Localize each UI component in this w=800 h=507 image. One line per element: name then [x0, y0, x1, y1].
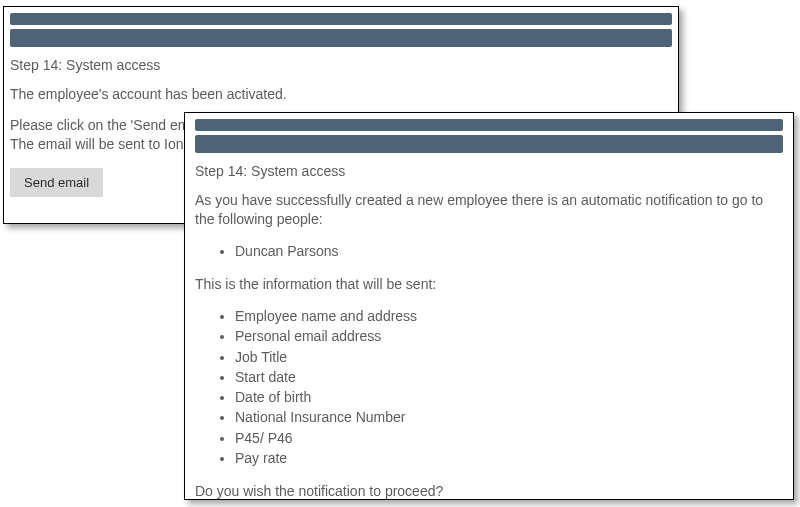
intro-text: As you have successfully created a new e…: [195, 191, 783, 229]
activated-text: The employee's account has been activate…: [10, 85, 672, 104]
list-item: Duncan Parsons: [235, 241, 783, 261]
instruction-line2: The email will be sent to Iona.: [10, 136, 195, 152]
info-heading: This is the information that will be sen…: [195, 275, 783, 294]
list-item: P45/ P46: [235, 428, 783, 448]
list-item: National Insurance Number: [235, 407, 783, 427]
instruction-line1: Please click on the 'Send email: [10, 117, 203, 133]
header-bar-thick: [195, 135, 783, 153]
people-list: Duncan Parsons: [195, 241, 783, 261]
list-item: Job Title: [235, 347, 783, 367]
header-bar-thin: [195, 119, 783, 131]
header-bar-thick: [10, 29, 672, 47]
list-item: Employee name and address: [235, 306, 783, 326]
send-email-button[interactable]: Send email: [10, 168, 103, 197]
proceed-question: Do you wish the notification to proceed?: [195, 482, 783, 501]
list-item: Start date: [235, 367, 783, 387]
list-item: Personal email address: [235, 326, 783, 346]
list-item: Pay rate: [235, 448, 783, 468]
header-bar-thin: [10, 13, 672, 25]
header-bars: [10, 13, 672, 47]
step-title: Step 14: System access: [195, 163, 783, 179]
info-list: Employee name and address Personal email…: [195, 306, 783, 468]
step-title: Step 14: System access: [10, 57, 672, 73]
front-panel: Step 14: System access As you have succe…: [184, 112, 794, 500]
list-item: Date of birth: [235, 387, 783, 407]
header-bars: [195, 119, 783, 153]
